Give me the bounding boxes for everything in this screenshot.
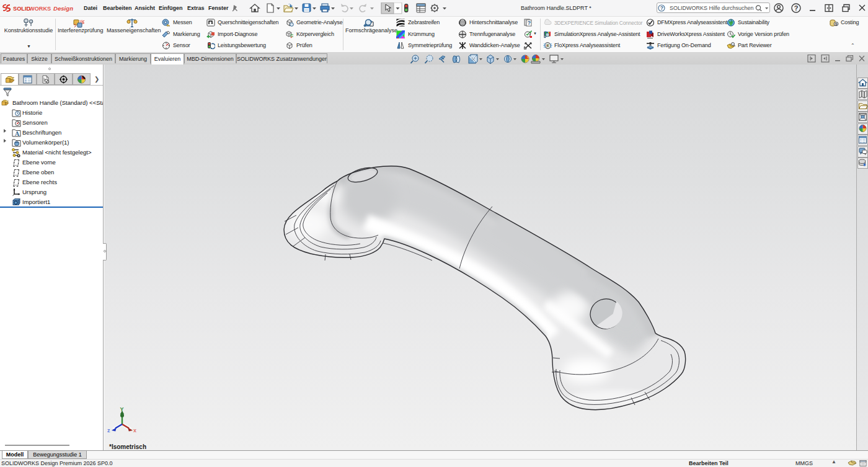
svg-text:?: ?: [794, 4, 799, 12]
svg-text:*Isometrisch: *Isometrisch: [109, 443, 146, 450]
svg-text:?: ?: [660, 5, 663, 11]
svg-text:Y: Y: [120, 406, 124, 412]
svg-text:z: z: [107, 427, 110, 434]
svg-text:Design: Design: [53, 5, 73, 12]
svg-text:x: x: [133, 427, 136, 434]
svg-text:WORKS: WORKS: [29, 6, 51, 12]
svg-text:?: ?: [528, 20, 531, 26]
svg-text:A: A: [15, 130, 20, 137]
svg-text:SOLID: SOLID: [13, 6, 30, 12]
